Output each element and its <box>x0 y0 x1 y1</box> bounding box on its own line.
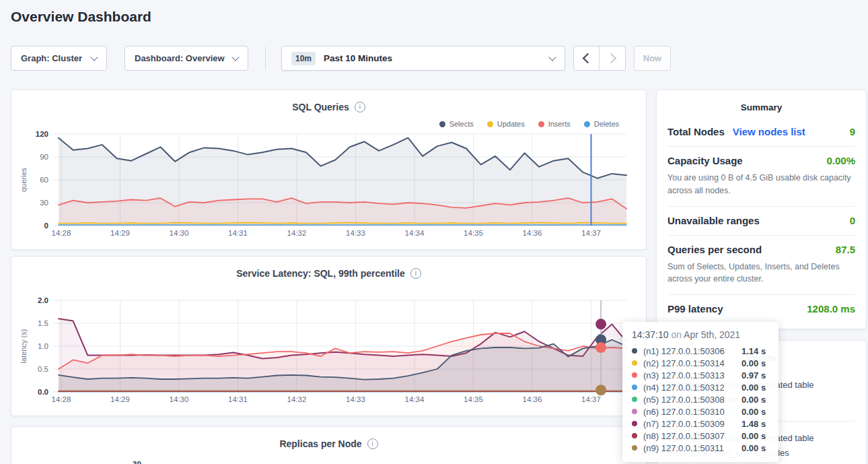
tooltip-node-value: 0.00 s <box>742 395 766 405</box>
legend-item-selects[interactable]: Selects <box>439 120 474 128</box>
tooltip-node-value: 0.00 s <box>742 443 766 453</box>
summary-heading: Summary <box>667 90 855 118</box>
tooltip-node-label: (n5) 127.0.0.1:50308 <box>643 395 742 405</box>
summary-row-subtext: You are using 0 B of 4.5 GiB usable disk… <box>667 172 855 197</box>
summary-row: Total NodesView nodes list9 <box>667 118 855 147</box>
tooltip-row: (n8) 127.0.0.1:503070.00 s <box>632 430 769 442</box>
view-nodes-list-link[interactable]: View nodes list <box>733 126 805 137</box>
partial-axis-label: 30 <box>133 460 141 464</box>
sql-queries-legend: SelectsUpdatesInsertsDeletes <box>439 120 619 128</box>
tooltip-node-label: (n6) 127.0.0.1:50310 <box>643 407 742 417</box>
legend-label: Selects <box>449 120 474 128</box>
summary-row-line: Queries per second87.5 <box>667 244 855 255</box>
hover-dot <box>595 342 606 353</box>
summary-row-value: 0 <box>850 215 855 226</box>
tooltip-node-value: 0.00 s <box>742 358 766 368</box>
tooltip-row: (n3) 127.0.0.1:503130.97 s <box>632 369 769 381</box>
summary-row-value: 9 <box>850 126 855 137</box>
y-axis-tick: 1.0 <box>38 342 48 350</box>
tooltip-node-label: (n8) 127.0.0.1:50307 <box>643 431 742 441</box>
graph-selector-dropdown[interactable]: Graph: Cluster <box>11 46 107 71</box>
time-step-buttons <box>573 46 626 71</box>
legend-dot-icon <box>439 121 445 127</box>
graph-selector-label: Graph: Cluster <box>21 53 82 63</box>
tooltip-node-label: (n4) 127.0.0.1:50312 <box>643 383 742 393</box>
tooltip-series-dot-icon <box>632 385 637 390</box>
tooltip-node-label: (n2) 127.0.0.1:50314 <box>643 358 742 368</box>
service-latency-card: Service Latency: SQL, 99th percentile i … <box>11 256 647 416</box>
info-icon[interactable]: i <box>410 268 421 279</box>
sql-queries-card: SQL Queries i SelectsUpdatesInsertsDelet… <box>11 90 647 250</box>
tooltip-node-label: (n9) 127.0.0.1:50311 <box>643 443 742 453</box>
y-axis-tick: 30 <box>40 199 48 207</box>
tooltip-row: (n9) 127.0.0.1:503110.00 s <box>632 442 769 454</box>
y-axis-tick: 1.5 <box>38 319 48 327</box>
legend-dot-icon <box>584 121 590 127</box>
tooltip-series-dot-icon <box>632 409 637 414</box>
chevron-down-icon <box>90 53 98 61</box>
tooltip-row: (n6) 127.0.0.1:503100.00 s <box>632 405 769 418</box>
y-axis-tick: 0 <box>44 222 48 230</box>
service-latency-chart[interactable]: 2.01.51.00.50.014:2814:2914:3014:3114:32… <box>11 257 647 417</box>
tooltip-date: Apr 5th, 2021 <box>684 329 740 340</box>
dashboard-selector-dropdown[interactable]: Dashboard: Overview <box>124 46 248 71</box>
summary-row-label: P99 latency <box>667 303 723 314</box>
dashboard-selector-label: Dashboard: Overview <box>135 53 225 63</box>
time-step-back-button[interactable] <box>574 46 600 70</box>
now-button[interactable]: Now <box>634 46 671 71</box>
time-step-forward-button[interactable] <box>600 46 625 70</box>
legend-item-updates[interactable]: Updates <box>487 120 525 128</box>
x-axis-tick: 14:30 <box>170 229 189 237</box>
x-axis-tick: 14:33 <box>346 229 365 237</box>
controls-divider <box>265 46 266 70</box>
y-axis-label: latency (s) <box>20 329 28 364</box>
y-axis-label: queries <box>20 167 28 192</box>
chart-hover-tooltip: 14:37:10 on Apr 5th, 2021 (n1) 127.0.0.1… <box>622 322 779 462</box>
tooltip-time: 14:37:10 <box>632 329 669 340</box>
summary-row-value: 1208.0 ms <box>807 303 855 314</box>
summary-row-value: 0.00% <box>826 155 855 166</box>
x-axis-tick: 14:31 <box>228 395 248 403</box>
x-axis-tick: 14:35 <box>464 229 483 237</box>
info-icon[interactable]: i <box>367 438 378 449</box>
replicas-per-node-card: Replicas per Node i 30 <box>11 426 647 464</box>
sql-queries-title: SQL Queries <box>292 102 349 112</box>
x-axis-tick: 14:29 <box>110 229 130 237</box>
summary-row-label: Unavailable ranges <box>667 215 760 226</box>
summary-row: Capacity Usage0.00%You are using 0 B of … <box>667 147 855 207</box>
chevron-down-icon <box>548 53 556 61</box>
legend-item-inserts[interactable]: Inserts <box>538 120 571 128</box>
y-axis-tick: 2.0 <box>38 296 48 304</box>
tooltip-node-label: (n7) 127.0.0.1:50309 <box>643 419 742 429</box>
summary-row-line: Unavailable ranges0 <box>667 215 855 226</box>
tooltip-series-dot-icon <box>632 445 637 451</box>
y-axis-tick: 120 <box>36 130 48 138</box>
tooltip-row: (n2) 127.0.0.1:503140.00 s <box>632 357 769 369</box>
x-axis-tick: 14:28 <box>52 229 71 237</box>
series-line-Updates <box>59 223 626 224</box>
tooltip-row: (n4) 127.0.0.1:503120.00 s <box>632 381 769 393</box>
legend-label: Updates <box>497 120 525 128</box>
tooltip-node-value: 0.00 s <box>742 431 766 441</box>
summary-row-subtext: Sum of Selects, Updates, Inserts, and De… <box>667 261 855 286</box>
summary-row-line: P99 latency1208.0 ms <box>667 303 855 314</box>
tooltip-row: (n1) 127.0.0.1:503061.14 s <box>632 345 769 357</box>
summary-row-line: Total NodesView nodes list9 <box>667 126 855 137</box>
page-title: Overview Dashboard <box>11 9 151 25</box>
summary-row-label: Queries per second <box>667 244 762 255</box>
tooltip-node-value: 0.97 s <box>742 370 766 380</box>
summary-row: Unavailable ranges0 <box>667 207 855 236</box>
tooltip-series-dot-icon <box>632 433 637 438</box>
tooltip-node-label: (n1) 127.0.0.1:50306 <box>643 346 742 356</box>
now-button-label: Now <box>643 53 661 63</box>
x-axis-tick: 14:31 <box>228 229 248 237</box>
info-icon[interactable]: i <box>355 102 365 112</box>
sql-queries-chart[interactable]: 120906030014:2814:2914:3014:3114:3214:33… <box>11 90 647 251</box>
summary-row: Queries per second87.5Sum of Selects, Up… <box>667 236 855 296</box>
legend-item-deletes[interactable]: Deletes <box>584 120 619 128</box>
legend-dot-icon <box>538 121 544 127</box>
x-axis-tick: 14:37 <box>581 395 601 403</box>
time-range-dropdown[interactable]: 10m Past 10 Minutes <box>281 46 565 71</box>
tooltip-node-value: 1.14 s <box>742 346 766 356</box>
x-axis-tick: 14:33 <box>346 395 365 403</box>
